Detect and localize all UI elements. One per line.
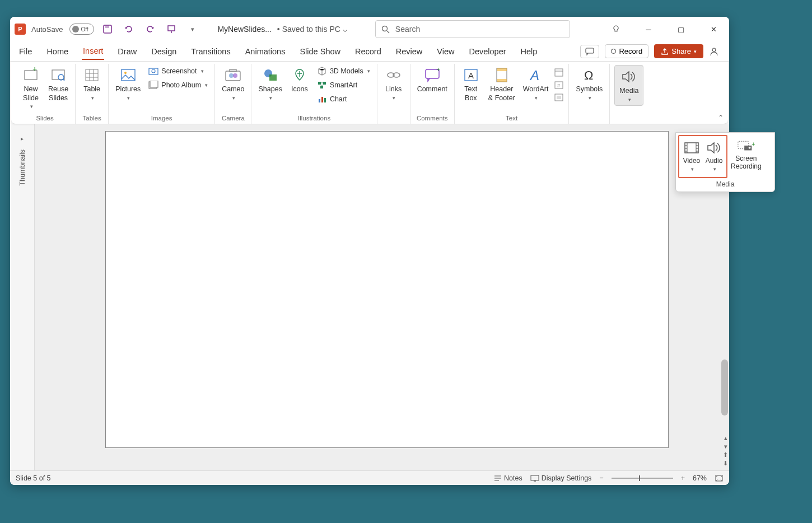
- tab-home[interactable]: Home: [45, 44, 69, 59]
- audio-button[interactable]: Audio: [703, 137, 725, 176]
- tab-file[interactable]: File: [18, 44, 33, 59]
- tab-help[interactable]: Help: [520, 44, 539, 59]
- shapes-button[interactable]: Shapes: [256, 65, 284, 102]
- share-button[interactable]: Share ▾: [654, 44, 703, 58]
- svg-point-21: [152, 69, 155, 73]
- present-icon[interactable]: [164, 21, 179, 37]
- group-slides-label: Slides: [36, 114, 53, 124]
- display-settings-button[interactable]: Display Settings: [530, 474, 592, 482]
- notes-button[interactable]: Notes: [494, 474, 522, 482]
- autosave-label: AutoSave: [31, 25, 63, 34]
- header-footer-icon: [493, 66, 511, 84]
- links-button[interactable]: Links: [382, 65, 405, 102]
- photo-album-button[interactable]: Photo Album: [146, 79, 210, 91]
- title-bar: P AutoSave Off ▾ MyNewSlides... • Saved …: [10, 17, 729, 41]
- minimize-button[interactable]: ─: [637, 21, 660, 38]
- svg-rect-35: [324, 98, 326, 102]
- search-input[interactable]: Search: [375, 20, 570, 38]
- svg-rect-33: [319, 99, 320, 102]
- tab-record[interactable]: Record: [354, 44, 382, 59]
- group-slides: + New Slide Reuse Slides Slides: [15, 64, 76, 124]
- object-button[interactable]: [554, 93, 564, 102]
- share-icon: [661, 48, 669, 55]
- fit-to-window-button[interactable]: [715, 474, 724, 482]
- zoom-out-button[interactable]: −: [599, 474, 603, 482]
- svg-line-5: [387, 31, 389, 33]
- group-tables-label: Tables: [83, 114, 101, 124]
- new-slide-button[interactable]: + New Slide: [19, 65, 43, 111]
- svg-rect-25: [230, 69, 236, 72]
- reuse-slides-button[interactable]: Reuse Slides: [46, 65, 71, 104]
- pictures-button[interactable]: Pictures: [113, 65, 143, 102]
- svg-text:+: +: [752, 141, 755, 147]
- tab-view[interactable]: View: [436, 44, 455, 59]
- search-placeholder: Search: [395, 25, 420, 34]
- tab-insert[interactable]: Insert: [82, 43, 104, 60]
- slide-counter[interactable]: Slide 5 of 5: [16, 474, 51, 482]
- wordart-icon: A: [527, 66, 545, 84]
- group-images-label: Images: [151, 114, 172, 124]
- zoom-level[interactable]: 67%: [693, 474, 707, 482]
- svg-text:#: #: [557, 83, 560, 88]
- media-button[interactable]: Media: [614, 65, 643, 106]
- smartart-button[interactable]: SmartArt: [315, 79, 372, 91]
- notes-icon: [494, 475, 502, 482]
- qat-dropdown-icon[interactable]: ▾: [185, 21, 200, 37]
- chevron-right-icon[interactable]: ▸: [21, 136, 24, 142]
- comments-toggle[interactable]: [580, 45, 599, 58]
- screen-recording-button[interactable]: + Screen Recording: [729, 135, 764, 178]
- undo-icon[interactable]: [121, 21, 137, 37]
- video-button[interactable]: Video: [680, 137, 703, 176]
- group-illustrations: Shapes Icons 3D Models SmartArt: [251, 64, 377, 124]
- slide-canvas[interactable]: [105, 131, 669, 448]
- chart-button[interactable]: Chart: [315, 93, 372, 105]
- autosave-state: Off: [81, 26, 88, 32]
- document-title[interactable]: MyNewSlides...: [217, 25, 271, 34]
- cameo-button[interactable]: Cameo: [220, 65, 246, 102]
- group-comments-label: Comments: [417, 114, 448, 124]
- saved-status[interactable]: • Saved to this PC ⌵: [277, 25, 347, 34]
- tab-review[interactable]: Review: [395, 44, 424, 59]
- tab-transitions[interactable]: Transitions: [190, 44, 231, 59]
- table-button[interactable]: Table: [80, 65, 104, 102]
- zoom-slider[interactable]: [612, 478, 673, 479]
- svg-rect-29: [269, 74, 277, 81]
- tab-developer[interactable]: Developer: [468, 44, 507, 59]
- 3d-models-button[interactable]: 3D Models: [315, 65, 372, 77]
- svg-rect-18: [122, 69, 135, 81]
- date-time-button[interactable]: [554, 67, 564, 77]
- slide-number-button[interactable]: #: [554, 81, 564, 90]
- help-lightbulb-icon[interactable]: [605, 21, 627, 38]
- group-camera-label: Camera: [222, 114, 245, 124]
- tab-draw[interactable]: Draw: [116, 44, 138, 59]
- header-footer-button[interactable]: Header & Footer: [486, 65, 517, 104]
- save-icon[interactable]: [100, 21, 115, 37]
- svg-text:+: +: [32, 67, 37, 73]
- zoom-in-button[interactable]: +: [681, 474, 685, 482]
- svg-rect-30: [318, 82, 321, 85]
- maximize-button[interactable]: ▢: [670, 21, 692, 38]
- text-box-button[interactable]: A Text Box: [459, 65, 483, 104]
- tab-animations[interactable]: Animations: [244, 44, 287, 59]
- symbols-button[interactable]: Ω Symbols: [573, 65, 605, 102]
- autosave-toggle[interactable]: Off: [69, 24, 94, 35]
- comment-button[interactable]: + Comment: [415, 65, 450, 95]
- record-button[interactable]: Record: [605, 44, 648, 58]
- slide-nav-arrows[interactable]: ▴▾⬆⬇: [723, 435, 728, 467]
- vertical-scrollbar[interactable]: [721, 359, 728, 415]
- icons-button[interactable]: Icons: [288, 65, 311, 95]
- svg-rect-6: [586, 48, 594, 53]
- screenshot-button[interactable]: Screenshot: [146, 65, 210, 77]
- tab-design[interactable]: Design: [150, 44, 178, 59]
- thumbnail-pane[interactable]: ▸ Thumbnails: [10, 124, 35, 470]
- group-symbols-label: [589, 114, 590, 124]
- close-button[interactable]: ✕: [702, 21, 725, 38]
- account-icon[interactable]: [709, 46, 721, 57]
- tab-slideshow[interactable]: Slide Show: [298, 44, 342, 59]
- collapse-ribbon-icon[interactable]: ⌃: [718, 114, 724, 122]
- wordart-button[interactable]: A WordArt: [521, 65, 551, 102]
- group-text-label: Text: [506, 114, 517, 124]
- redo-icon[interactable]: [142, 21, 158, 37]
- screenshot-icon: [148, 66, 158, 76]
- video-icon: [683, 141, 701, 155]
